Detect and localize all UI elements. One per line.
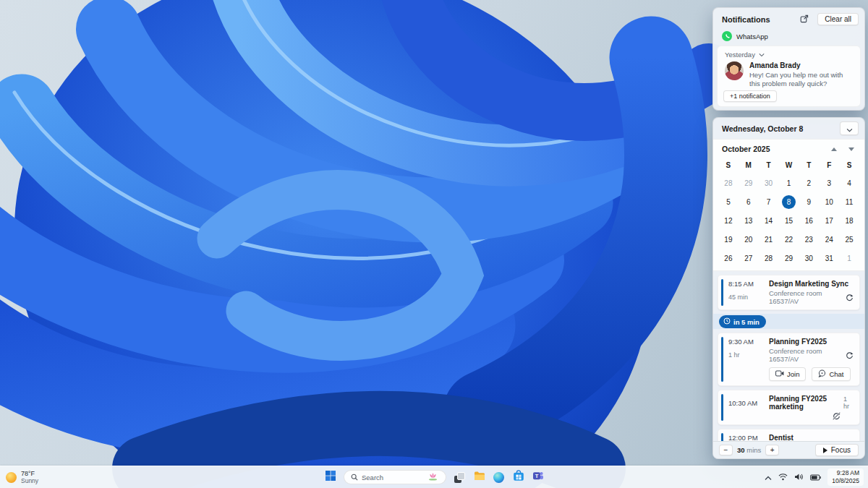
date-number: 13 xyxy=(741,214,755,228)
recurrence-icon xyxy=(843,294,854,301)
calendar-date[interactable]: 31 xyxy=(819,249,839,267)
battery-icon[interactable] xyxy=(810,471,821,484)
decrease-duration-button[interactable]: − xyxy=(719,445,733,455)
calendar-date[interactable]: 26 xyxy=(718,249,739,267)
event-location: Conference room 16537/AV xyxy=(769,347,841,363)
chat-button-label: Chat xyxy=(829,370,843,378)
search-input[interactable] xyxy=(362,474,424,481)
notification-center-panel: Notifications Clear all WhatsApp Yesterd… xyxy=(712,7,865,111)
event-grid: 10:30 AMPlanning FY2025 marketing1 hr xyxy=(728,395,854,420)
event-countdown-badge[interactable]: in 5 min xyxy=(719,315,766,328)
event-time: 10:30 AM xyxy=(728,399,766,407)
calendar-date[interactable]: 9 xyxy=(799,192,819,211)
day-of-week-header: S xyxy=(718,157,739,174)
file-explorer-button[interactable] xyxy=(473,471,485,484)
focus-button-label: Focus xyxy=(831,446,851,454)
windows-logo-icon xyxy=(325,470,336,484)
calendar-date[interactable]: 16 xyxy=(799,211,819,230)
calendar-card: October 2025 SMTWTFS28293012345678910111… xyxy=(713,139,864,271)
date-number: 27 xyxy=(741,252,755,265)
calendar-date[interactable]: 28 xyxy=(759,249,779,267)
notification-settings-button[interactable] xyxy=(797,14,812,25)
wifi-icon[interactable] xyxy=(778,471,788,484)
focus-duration-unit: mins xyxy=(746,446,761,454)
join-button-label: Join xyxy=(787,370,799,378)
calendar-date[interactable]: 4 xyxy=(839,174,859,192)
calendar-date[interactable]: 1 xyxy=(839,249,859,267)
date-number: 9 xyxy=(802,195,816,209)
calendar-date[interactable]: 5 xyxy=(718,192,739,211)
calendar-date[interactable]: 20 xyxy=(739,230,759,249)
whatsapp-icon xyxy=(722,31,732,41)
calendar-flyout-panel: Wednesday, October 8 October 2025 SMTWTF… xyxy=(712,117,865,459)
notification-card[interactable]: Yesterday Amanda Brady Hey! Can you help… xyxy=(717,46,861,107)
calendar-date[interactable]: 6 xyxy=(739,192,759,211)
calendar-date[interactable]: 1 xyxy=(779,174,799,192)
month-next-icon[interactable] xyxy=(848,147,854,151)
join-button[interactable]: Join xyxy=(769,367,806,381)
calendar-date[interactable]: 7 xyxy=(759,192,779,211)
day-of-week-header: F xyxy=(819,157,839,174)
weather-widget[interactable]: 78°F Sunny xyxy=(6,466,38,488)
calendar-date[interactable]: 24 xyxy=(819,230,839,249)
calendar-date[interactable]: 11 xyxy=(839,192,859,211)
calendar-date[interactable]: 29 xyxy=(739,174,759,192)
event-card[interactable]: 10:30 AMPlanning FY2025 marketing1 hr xyxy=(718,390,860,425)
teams-button[interactable]: T xyxy=(532,471,544,484)
calendar-date[interactable]: 15 xyxy=(779,211,799,230)
calendar-date[interactable]: 21 xyxy=(759,230,779,249)
chat-button[interactable]: Chat xyxy=(812,367,850,381)
calendar-date[interactable]: 19 xyxy=(718,230,739,249)
focus-button[interactable]: Focus xyxy=(815,444,859,456)
event-card[interactable]: 12:00 PMDentist1 hrRedmond Dentistry xyxy=(718,429,860,441)
date-number: 14 xyxy=(762,214,775,228)
date-number: 29 xyxy=(782,252,796,265)
calendar-month-label[interactable]: October 2025 xyxy=(722,145,831,153)
increase-duration-button[interactable]: + xyxy=(765,445,779,455)
calendar-date[interactable]: 30 xyxy=(759,174,779,192)
calendar-date[interactable]: 29 xyxy=(779,249,799,267)
calendar-date[interactable]: 13 xyxy=(739,211,759,230)
recurrence-off-icon xyxy=(769,412,841,420)
calendar-date[interactable]: 12 xyxy=(718,211,739,230)
tray-chevron-up-icon[interactable] xyxy=(765,471,772,484)
month-prev-icon[interactable] xyxy=(831,147,837,151)
date-number: 30 xyxy=(802,252,816,265)
start-button[interactable] xyxy=(324,471,336,484)
microsoft-store-button[interactable] xyxy=(512,471,524,484)
calendar-date[interactable]: 3 xyxy=(819,174,839,192)
clock[interactable]: 9:28 AM 10/8/2025 xyxy=(827,468,864,485)
search-box[interactable] xyxy=(344,470,446,484)
calendar-date[interactable]: 8 xyxy=(779,192,799,211)
calendar-date[interactable]: 27 xyxy=(739,249,759,267)
calendar-date[interactable]: 28 xyxy=(718,174,739,192)
calendar-date[interactable]: 22 xyxy=(779,230,799,249)
edge-button[interactable] xyxy=(493,471,505,484)
date-number: 1 xyxy=(782,176,796,190)
chat-icon xyxy=(818,369,826,379)
task-view-button[interactable] xyxy=(454,471,466,484)
calendar-collapse-button[interactable] xyxy=(840,121,859,135)
event-card[interactable]: 9:30 AMPlanning FY20251 hrConference roo… xyxy=(718,333,860,386)
calendar-date[interactable]: 30 xyxy=(799,249,819,267)
event-countdown-row: in 5 min xyxy=(713,314,864,329)
calendar-date[interactable]: 14 xyxy=(759,211,779,230)
calendar-date[interactable]: 2 xyxy=(799,174,819,192)
calendar-date[interactable]: 17 xyxy=(819,211,839,230)
system-tray: 9:28 AM 10/8/2025 xyxy=(765,466,864,488)
date-number: 21 xyxy=(762,233,775,247)
calendar-date[interactable]: 25 xyxy=(839,230,859,249)
event-title: Planning FY2025 xyxy=(769,338,854,346)
notification-settings-icon xyxy=(800,13,809,26)
event-card[interactable]: 8:15 AMDesign Marketing Sync45 minConfer… xyxy=(718,275,860,310)
clear-all-button[interactable]: Clear all xyxy=(817,13,859,25)
calendar-date[interactable]: 23 xyxy=(799,230,819,249)
notification-app-group[interactable]: WhatsApp xyxy=(713,29,864,45)
calendar-date[interactable]: 10 xyxy=(819,192,839,211)
notification-time-group[interactable]: Yesterday xyxy=(725,51,853,59)
volume-icon[interactable] xyxy=(794,471,804,484)
calendar-date[interactable]: 18 xyxy=(839,211,859,230)
day-of-week-header: T xyxy=(759,157,779,174)
day-of-week-header: W xyxy=(779,157,799,174)
more-notifications-button[interactable]: +1 notification xyxy=(723,90,777,102)
